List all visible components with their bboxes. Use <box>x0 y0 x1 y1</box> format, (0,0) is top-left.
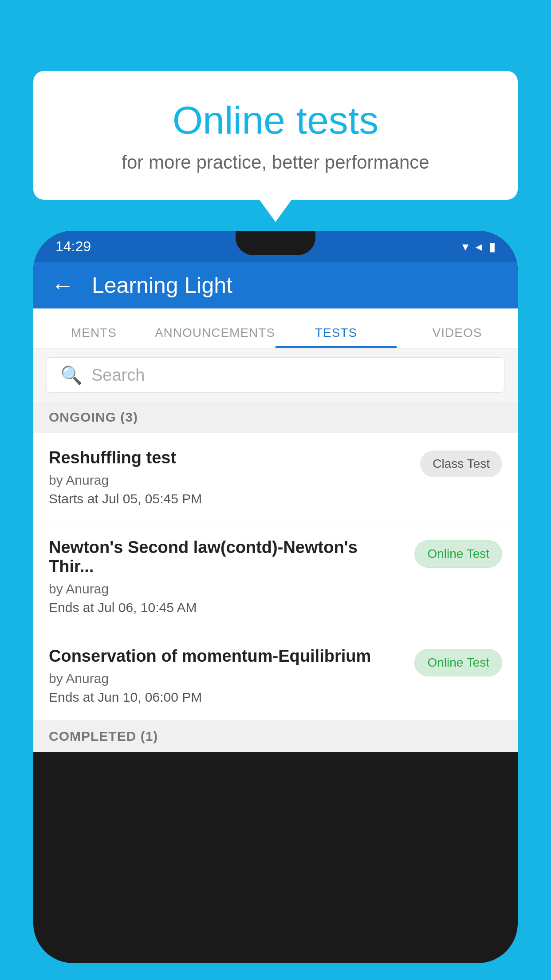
test-badge-3: Online Test <box>414 649 502 676</box>
speech-bubble: Online tests for more practice, better p… <box>33 71 518 200</box>
tab-bar: MENTS ANNOUNCEMENTS TESTS VIDEOS <box>33 308 518 348</box>
test-name-3: Conservation of momentum-Equilibrium <box>49 647 405 666</box>
test-list: Reshuffling test by Anurag Starts at Jul… <box>33 433 518 721</box>
test-date-1: Starts at Jul 05, 05:45 PM <box>49 491 411 506</box>
tab-tests[interactable]: TESTS <box>276 326 397 348</box>
bubble-subtitle: for more practice, better performance <box>69 152 482 173</box>
test-author-3: by Anurag <box>49 671 405 686</box>
bubble-title: Online tests <box>69 98 482 143</box>
search-container: 🔍 Search <box>33 348 518 402</box>
phone-wrapper: 14:29 ▾ ◂ ▮ ← Learning Light MENTS ANNOU… <box>33 231 518 980</box>
back-button[interactable]: ← <box>51 272 74 299</box>
test-info-2: Newton's Second law(contd)-Newton's Thir… <box>49 538 414 615</box>
test-info-3: Conservation of momentum-Equilibrium by … <box>49 647 414 705</box>
search-input[interactable]: Search <box>91 366 145 385</box>
phone-frame: 14:29 ▾ ◂ ▮ ← Learning Light MENTS ANNOU… <box>33 231 518 963</box>
app-title: Learning Light <box>92 273 232 298</box>
test-item-2[interactable]: Newton's Second law(contd)-Newton's Thir… <box>33 522 518 631</box>
test-item-3[interactable]: Conservation of momentum-Equilibrium by … <box>33 631 518 721</box>
speech-bubble-section: Online tests for more practice, better p… <box>33 71 518 200</box>
test-name-1: Reshuffling test <box>49 448 411 467</box>
ongoing-label: ONGOING (3) <box>49 410 138 424</box>
search-icon: 🔍 <box>60 365 83 386</box>
tab-announcements[interactable]: ANNOUNCEMENTS <box>154 326 276 348</box>
wifi-icon: ▾ <box>462 239 468 254</box>
test-date-3: Ends at Jun 10, 06:00 PM <box>49 690 405 705</box>
phone-notch <box>236 231 315 255</box>
test-author-2: by Anurag <box>49 581 405 597</box>
battery-icon: ▮ <box>489 239 496 254</box>
completed-section-header: COMPLETED (1) <box>33 721 518 752</box>
status-icons: ▾ ◂ ▮ <box>462 239 496 254</box>
test-name-2: Newton's Second law(contd)-Newton's Thir… <box>49 538 405 576</box>
search-bar[interactable]: 🔍 Search <box>47 357 504 393</box>
status-time: 14:29 <box>55 238 91 255</box>
phone-bottom-bezel <box>33 752 518 776</box>
test-author-1: by Anurag <box>49 473 411 488</box>
app-bar: ← Learning Light <box>33 262 518 308</box>
signal-icon: ◂ <box>476 239 482 254</box>
completed-label: COMPLETED (1) <box>49 729 158 743</box>
tab-videos[interactable]: VIDEOS <box>397 326 518 348</box>
test-date-2: Ends at Jul 06, 10:45 AM <box>49 600 405 615</box>
test-badge-1: Class Test <box>420 450 502 477</box>
tab-assignments[interactable]: MENTS <box>33 326 154 348</box>
test-item-1[interactable]: Reshuffling test by Anurag Starts at Jul… <box>33 433 518 522</box>
ongoing-section-header: ONGOING (3) <box>33 402 518 433</box>
test-badge-2: Online Test <box>414 540 502 568</box>
test-info-1: Reshuffling test by Anurag Starts at Jul… <box>49 448 420 506</box>
